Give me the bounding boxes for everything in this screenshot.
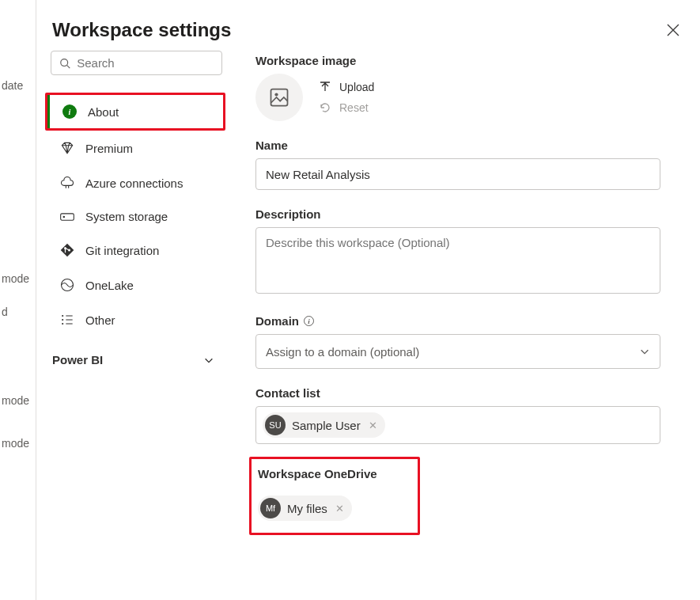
close-button[interactable] (662, 19, 684, 41)
description-label: Description (255, 207, 660, 221)
search-input[interactable] (77, 56, 214, 70)
highlight-onedrive: Workspace OneDrive Mf My files ✕ (249, 457, 420, 535)
nav-item-other[interactable]: Other (45, 302, 225, 337)
name-label: Name (255, 139, 660, 152)
cloud-icon (59, 175, 76, 191)
remove-chip-button[interactable]: ✕ (334, 503, 346, 515)
nav-label: OneLake (85, 279, 134, 292)
nav-label: About (88, 105, 119, 119)
diamond-icon (59, 140, 76, 156)
svg-point-0 (61, 59, 68, 66)
contact-chip: SU Sample User ✕ (263, 412, 385, 438)
section-powerbi[interactable]: Power BI (47, 337, 225, 374)
info-icon[interactable]: i (304, 316, 314, 326)
svg-point-2 (63, 215, 66, 218)
dialog-title: Workspace settings (52, 19, 231, 41)
remove-chip-button[interactable]: ✕ (367, 420, 379, 431)
nav-item-storage[interactable]: System storage (45, 200, 225, 233)
nav-label: Other (85, 313, 115, 327)
info-icon: i (61, 104, 78, 119)
image-preview (255, 74, 303, 121)
nav-item-premium[interactable]: Premium (45, 131, 225, 165)
upload-button[interactable]: Upload (319, 81, 374, 93)
svg-point-10 (274, 93, 278, 96)
domain-placeholder: Assign to a domain (optional) (266, 345, 419, 359)
image-icon (268, 86, 290, 108)
avatar: SU (265, 415, 286, 435)
onedrive-input-inner[interactable]: Mf My files ✕ (258, 487, 411, 525)
contact-label: Contact list (255, 386, 660, 400)
chevron-down-icon (203, 355, 214, 366)
workspace-settings-dialog: Workspace settings i About Premium (36, 0, 700, 600)
nav-item-azure[interactable]: Azure connections (45, 165, 225, 200)
field-description: Description (255, 207, 660, 297)
nav-label: Git integration (85, 244, 159, 257)
nav-label: Premium (85, 142, 133, 155)
onelake-icon (59, 277, 76, 293)
nav-item-git[interactable]: Git integration (45, 233, 225, 268)
upload-icon (319, 81, 331, 93)
svg-point-6 (62, 315, 63, 317)
chevron-down-icon (639, 346, 650, 357)
nav-item-about[interactable]: i About (47, 95, 223, 128)
onedrive-chip: Mf My files ✕ (258, 496, 352, 521)
contact-input[interactable]: SU Sample User ✕ (255, 406, 660, 444)
domain-select[interactable]: Assign to a domain (optional) (255, 334, 660, 369)
avatar: Mf (260, 498, 281, 518)
field-contact-list: Contact list SU Sample User ✕ (255, 386, 660, 444)
chip-label: My files (287, 502, 327, 515)
nav-label: Azure connections (85, 177, 183, 190)
nav-item-onelake[interactable]: OneLake (45, 268, 225, 302)
settings-content: Workspace image Upload Reset (225, 41, 700, 600)
search-input-wrapper[interactable] (51, 51, 222, 75)
background-fragments: date mode d mode mode (0, 0, 36, 453)
reset-button: Reset (319, 101, 374, 114)
svg-point-8 (62, 323, 63, 325)
field-domain: Domain i Assign to a domain (optional) (255, 314, 660, 369)
onedrive-label: Workspace OneDrive (258, 467, 411, 480)
field-onedrive: Workspace OneDrive Mf My files ✕ (255, 461, 660, 529)
git-icon (59, 242, 76, 258)
description-input[interactable] (255, 227, 660, 294)
domain-label: Domain i (255, 314, 660, 328)
nav-label: System storage (85, 210, 168, 223)
svg-rect-9 (271, 89, 288, 106)
close-icon (667, 24, 679, 36)
svg-rect-1 (61, 213, 74, 219)
svg-point-7 (62, 319, 63, 321)
field-workspace-image: Workspace image Upload Reset (255, 54, 660, 121)
field-name: Name (255, 139, 660, 190)
chip-label: Sample User (292, 419, 361, 432)
settings-sidebar: i About Premium Azure connections (47, 41, 225, 600)
other-icon (59, 312, 76, 328)
name-input[interactable] (255, 158, 660, 190)
search-icon (59, 57, 70, 70)
image-label: Workspace image (255, 54, 660, 67)
section-label: Power BI (52, 353, 103, 366)
highlight-about: i About (45, 93, 225, 131)
reset-icon (319, 101, 331, 114)
storage-icon (59, 211, 76, 223)
